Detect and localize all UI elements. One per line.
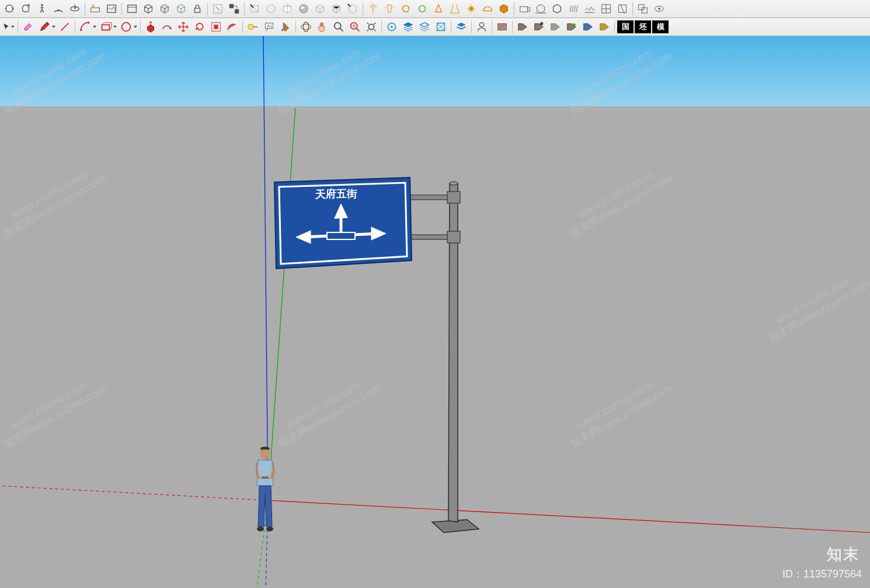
text-btn-3[interactable]: 模 bbox=[652, 20, 669, 33]
cursor-box-icon[interactable] bbox=[344, 1, 361, 16]
brand-logo: 知末 bbox=[827, 544, 859, 565]
svg-rect-42 bbox=[498, 24, 507, 30]
turntable-icon[interactable] bbox=[67, 1, 83, 16]
svg-point-26 bbox=[122, 23, 131, 32]
followme-tool-icon[interactable] bbox=[159, 19, 175, 34]
toolbar-separator bbox=[207, 2, 208, 15]
svg-point-16 bbox=[419, 6, 426, 12]
layers-2-icon[interactable] bbox=[416, 19, 433, 34]
toolbar-separator bbox=[471, 20, 472, 33]
eraser-tool-icon[interactable] bbox=[20, 19, 36, 34]
tag-3-icon[interactable] bbox=[547, 19, 563, 34]
toolbar-row-1 bbox=[0, 0, 870, 18]
person-icon[interactable] bbox=[474, 19, 490, 34]
rotate-tool-icon[interactable] bbox=[192, 19, 208, 34]
svg-rect-7 bbox=[128, 5, 137, 13]
box-wire-icon[interactable] bbox=[173, 1, 189, 16]
proxy-icon[interactable] bbox=[549, 1, 565, 16]
arc-view-icon[interactable] bbox=[50, 1, 67, 16]
shaded-sphere-icon[interactable] bbox=[295, 1, 312, 16]
isolate-icon[interactable] bbox=[433, 19, 449, 34]
box-shaded-icon[interactable] bbox=[156, 1, 173, 16]
toolbar-separator bbox=[381, 20, 382, 33]
svg-rect-8 bbox=[194, 8, 200, 12]
tag-5-icon[interactable] bbox=[580, 19, 596, 34]
svg-point-43 bbox=[540, 22, 544, 26]
view-teapot-icon[interactable] bbox=[1, 1, 18, 16]
tag-1-icon[interactable] bbox=[514, 19, 531, 34]
text-tool-icon[interactable]: A1 bbox=[261, 19, 277, 34]
svg-point-29 bbox=[248, 24, 253, 29]
walk-icon[interactable] bbox=[34, 1, 50, 16]
wire-cube-icon[interactable] bbox=[312, 1, 328, 16]
scale-tool-icon[interactable] bbox=[208, 19, 224, 34]
pan-tool-icon[interactable] bbox=[314, 19, 330, 34]
sun-icon[interactable] bbox=[87, 1, 103, 16]
clipper-icon[interactable] bbox=[614, 1, 631, 16]
mesh-cube-icon[interactable] bbox=[328, 1, 344, 16]
img-frame-icon[interactable] bbox=[103, 1, 120, 16]
svg-point-25 bbox=[88, 22, 90, 24]
toolbar-separator bbox=[18, 20, 18, 33]
tag-6-icon[interactable] bbox=[596, 19, 613, 34]
sunlight-icon[interactable] bbox=[365, 1, 381, 16]
svg-point-32 bbox=[281, 29, 284, 32]
svg-point-24 bbox=[80, 29, 82, 32]
grid-icon[interactable] bbox=[598, 1, 614, 16]
window-icon[interactable] bbox=[124, 1, 140, 16]
model-id: ID：1135797564 bbox=[782, 567, 862, 581]
show-hide-icon[interactable] bbox=[651, 1, 667, 16]
group-icon[interactable] bbox=[226, 1, 242, 16]
pencil-tool-icon[interactable] bbox=[36, 19, 53, 34]
select-face-icon[interactable] bbox=[246, 1, 263, 16]
vray-settings-icon[interactable] bbox=[384, 19, 400, 34]
batch-render-icon[interactable] bbox=[635, 1, 651, 16]
infinite-plane-icon[interactable] bbox=[533, 1, 549, 16]
rect-tool-icon[interactable] bbox=[98, 19, 114, 34]
text-btn-1[interactable]: 国 bbox=[617, 20, 634, 33]
zoom-window-tool-icon[interactable] bbox=[347, 19, 363, 34]
select-all-icon[interactable] bbox=[210, 1, 226, 16]
pushpull-tool-icon[interactable] bbox=[142, 19, 159, 34]
outliner-icon[interactable] bbox=[453, 19, 469, 34]
svg-rect-4 bbox=[91, 8, 100, 12]
ground-plane bbox=[0, 106, 870, 588]
arc-tool-icon[interactable] bbox=[77, 19, 93, 34]
box-icon[interactable] bbox=[140, 1, 156, 16]
layers-1-icon[interactable] bbox=[400, 19, 416, 34]
toolbar-separator bbox=[632, 2, 633, 15]
orbit-tool-icon[interactable] bbox=[298, 19, 314, 34]
zoom-tool-icon[interactable] bbox=[330, 19, 347, 34]
ies-light-icon[interactable] bbox=[381, 1, 398, 16]
lock-icon[interactable] bbox=[189, 1, 206, 16]
geo-icon[interactable] bbox=[494, 19, 510, 34]
line-tool-icon[interactable] bbox=[57, 19, 73, 34]
text-btn-2[interactable]: 坯 bbox=[635, 20, 651, 33]
displacement-icon[interactable] bbox=[582, 1, 598, 16]
mesh-box-icon[interactable] bbox=[496, 1, 512, 16]
cube2-icon[interactable] bbox=[279, 1, 295, 16]
zoom-extents-tool-icon[interactable] bbox=[363, 19, 380, 34]
tape-tool-icon[interactable] bbox=[245, 19, 261, 34]
spotlight-icon[interactable] bbox=[430, 1, 447, 16]
circle-tool-icon[interactable] bbox=[118, 19, 134, 34]
select-tool-icon[interactable] bbox=[1, 19, 12, 34]
offset-tool-icon[interactable] bbox=[224, 19, 241, 34]
paint-tool-icon[interactable] bbox=[277, 19, 294, 34]
toolbar-separator bbox=[242, 20, 243, 33]
rect-light-icon[interactable] bbox=[447, 1, 463, 16]
paint-teapot-icon[interactable] bbox=[18, 1, 34, 16]
mesh-light-icon[interactable] bbox=[463, 1, 479, 16]
fur-icon[interactable] bbox=[565, 1, 582, 16]
tag-2-icon[interactable] bbox=[531, 19, 547, 34]
sphere-light-icon[interactable] bbox=[414, 1, 430, 16]
svg-point-34 bbox=[303, 22, 308, 32]
viewport-3d[interactable]: 天府五街 www.znzmo.com知末网www.znzmo.com www.z… bbox=[0, 36, 870, 588]
move-tool-icon[interactable] bbox=[175, 19, 192, 34]
camera-icon[interactable] bbox=[516, 1, 533, 16]
dome-light-icon[interactable] bbox=[479, 1, 496, 16]
tag-4-icon[interactable] bbox=[563, 19, 580, 34]
cube1-icon[interactable] bbox=[263, 1, 279, 16]
svg-point-14 bbox=[371, 5, 375, 8]
omni-light-icon[interactable] bbox=[398, 1, 414, 16]
